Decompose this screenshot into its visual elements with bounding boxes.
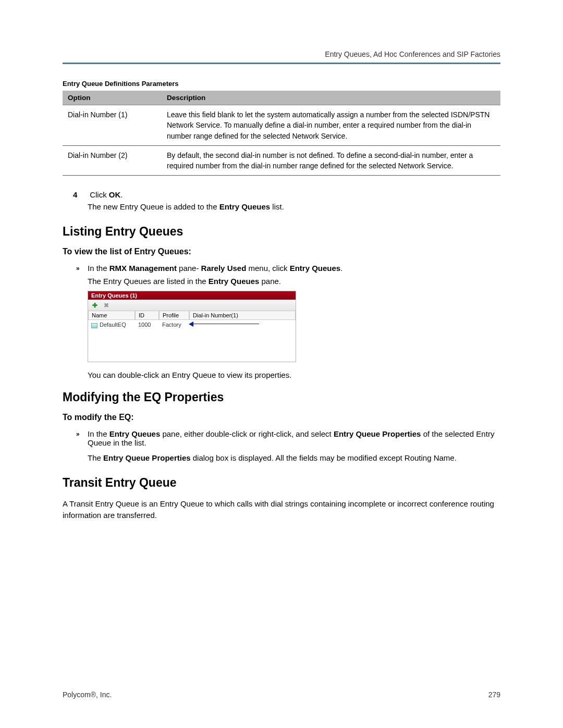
add-icon[interactable]: ✚ <box>91 302 99 309</box>
cell-option: Dial-in Number (2) <box>63 145 162 176</box>
bullet-sub: The Entry Queue Properties dialog box is… <box>88 453 500 462</box>
text: Click <box>90 190 109 199</box>
subheading-view-list: To view the list of Entry Queues: <box>63 247 500 256</box>
param-table: Option Description Dial-in Number (1) Le… <box>63 91 500 176</box>
step-4-sub: The new Entry Queue is added to the Entr… <box>88 202 500 211</box>
pane-row[interactable]: DefaultEQ 1000 Factory <box>88 320 296 329</box>
text: . <box>120 190 123 199</box>
text: list. <box>270 202 284 211</box>
table-row: Dial-in Number (1) Leave this field blan… <box>63 105 500 146</box>
ok-label: OK <box>109 190 121 199</box>
cell-description: Leave this field blank to let the system… <box>162 105 500 146</box>
cell-dial <box>189 320 296 329</box>
cell-description: By default, the second dial-in number is… <box>162 145 500 176</box>
heading-modifying: Modifying the EQ Properties <box>63 390 500 404</box>
col-header-name[interactable]: Name <box>88 311 135 320</box>
pane-body: DefaultEQ 1000 Factory <box>88 320 296 362</box>
text-bold: Entry Queues <box>109 429 161 438</box>
table-row: Dial-in Number (2) By default, the secon… <box>63 145 500 176</box>
th-description: Description <box>162 91 500 105</box>
col-header-id[interactable]: ID <box>135 311 159 320</box>
text-bold: Entry Queues <box>219 202 271 211</box>
text-bold: Entry Queues <box>209 277 260 286</box>
text: pane- <box>177 264 201 273</box>
col-header-dial[interactable]: Dial-in Number(1) <box>189 311 296 320</box>
transit-body: A Transit Entry Queue is an Entry Queue … <box>63 498 500 521</box>
bullet-sub: The Entry Queues are listed in the Entry… <box>88 277 500 286</box>
page-footer: Polycom®, Inc. 279 <box>63 690 500 699</box>
cell-name: DefaultEQ <box>88 320 135 329</box>
col-header-profile[interactable]: Profile <box>159 311 189 320</box>
text: The new Entry Queue is added to the <box>88 202 219 211</box>
subheading-modify: To modify the EQ: <box>63 413 500 422</box>
step-4: 4 Click OK. <box>88 190 500 199</box>
text: In the <box>88 264 109 273</box>
th-option: Option <box>63 91 162 105</box>
bullet-mark-icon: » <box>76 265 80 272</box>
bullet-item: » In the Entry Queues pane, either doubl… <box>88 429 500 447</box>
header-rule <box>63 63 500 64</box>
table-caption: Entry Queue Definitions Parameters <box>63 80 500 88</box>
footer-page-number: 279 <box>488 690 500 699</box>
bullet-mark-icon: » <box>76 430 80 438</box>
listing-after-text: You can double-click an Entry Queue to v… <box>88 369 500 381</box>
pane-header-row: Name ID Profile Dial-in Number(1) <box>88 311 296 320</box>
bullet-item: » In the RMX Management pane- Rarely Use… <box>88 264 500 273</box>
text-bold: Entry Queue Properties <box>103 453 191 462</box>
header-breadcrumb: Entry Queues, Ad Hoc Conferences and SIP… <box>63 50 500 58</box>
text: The <box>88 453 103 462</box>
step-number: 4 <box>73 190 83 199</box>
text: pane, either double-click or right-click… <box>160 429 334 438</box>
text: menu, click <box>246 264 289 273</box>
text: . <box>340 264 342 273</box>
text: dialog box is displayed. All the fields … <box>191 453 457 462</box>
text: DefaultEQ <box>100 322 126 328</box>
entry-queues-pane: Entry Queues (1) ✚ ✖ Name ID Profile Dia… <box>88 291 296 362</box>
text-bold: RMX Management <box>109 264 177 273</box>
text: pane. <box>259 277 281 286</box>
delete-icon[interactable]: ✖ <box>103 302 110 309</box>
cell-profile: Factory <box>159 320 189 329</box>
footer-company: Polycom®, Inc. <box>63 690 112 699</box>
heading-listing: Listing Entry Queues <box>63 225 500 239</box>
text-bold: Rarely Used <box>201 264 247 273</box>
text-bold: Entry Queues <box>290 264 341 273</box>
heading-transit: Transit Entry Queue <box>63 476 500 490</box>
text: The Entry Queues are listed in the <box>88 277 209 286</box>
pane-toolbar: ✚ ✖ <box>88 300 296 311</box>
pane-title: Entry Queues (1) <box>88 291 296 300</box>
arrow-line <box>191 324 259 324</box>
cell-id: 1000 <box>135 320 159 329</box>
text-bold: Entry Queue Properties <box>334 429 421 438</box>
entry-queue-icon <box>91 323 97 328</box>
cell-option: Dial-in Number (1) <box>63 105 162 146</box>
text: In the <box>88 429 109 438</box>
